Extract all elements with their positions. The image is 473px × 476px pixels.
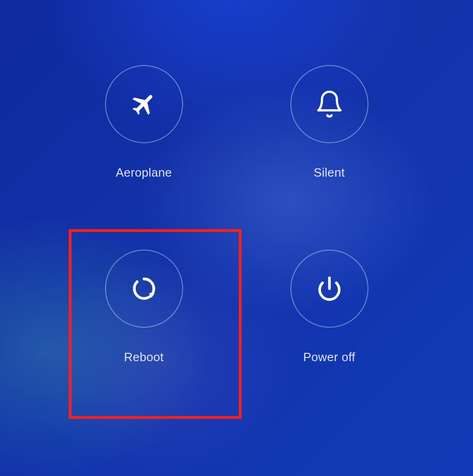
- silent-label: Silent: [314, 165, 345, 180]
- silent-circle: [290, 65, 368, 143]
- power-menu: Aeroplane Silent Reboot: [0, 65, 473, 364]
- reboot-circle: [105, 250, 183, 328]
- aeroplane-button[interactable]: Aeroplane: [84, 65, 204, 180]
- power-icon: [316, 276, 342, 302]
- bell-icon: [315, 89, 344, 119]
- aeroplane-circle: [105, 65, 183, 143]
- silent-button[interactable]: Silent: [269, 65, 390, 180]
- airplane-icon: [130, 90, 158, 118]
- reboot-label: Reboot: [124, 350, 164, 364]
- aeroplane-label: Aeroplane: [116, 165, 172, 180]
- reboot-button[interactable]: Reboot: [84, 250, 204, 364]
- power-off-button[interactable]: Power off: [269, 250, 390, 364]
- power-off-label: Power off: [303, 350, 355, 364]
- reboot-icon: [131, 276, 157, 302]
- power-off-circle: [290, 250, 368, 328]
